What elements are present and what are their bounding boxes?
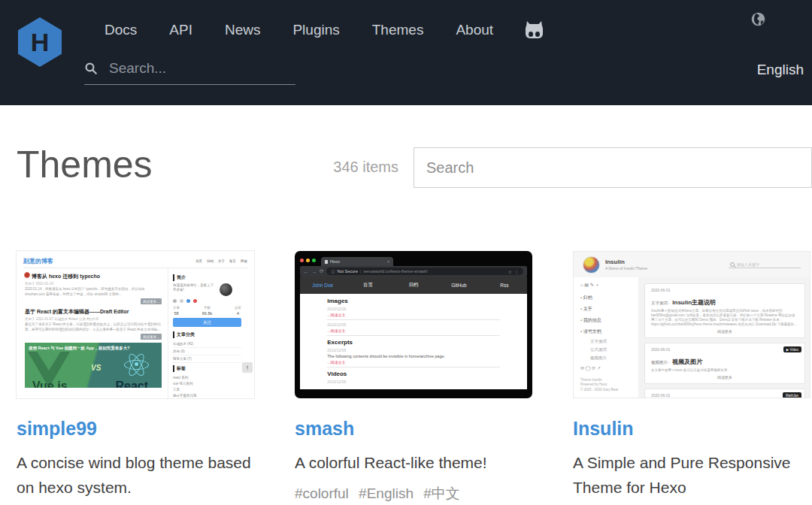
preview-post: ▶ Video 2020-06-01 视频图片- 视频及图片 在文章中使用 r-… <box>644 343 805 384</box>
globe-icon[interactable] <box>750 11 766 27</box>
tab-close-icon: × <box>387 259 389 264</box>
tag-item: 工具 <box>173 386 241 392</box>
nav-link[interactable]: Themes <box>372 22 424 38</box>
stat-value: 66.8k <box>202 311 212 316</box>
preview-search-placeholder: 请输入关键字 <box>737 262 759 267</box>
preview-heading: Videos <box>327 370 500 377</box>
preview-post: MathJax 2020-06-01 公式测试- 数学公式及Mermaid图 博… <box>644 389 805 398</box>
themes-grid: 刻意的博客 首页归档关于留言搜索 博客从 hexo 迁移到 typecho 发布… <box>17 251 810 503</box>
react-logo-icon <box>124 352 150 377</box>
footer-line: © 2015 - 2020 Gary Bear <box>580 388 618 393</box>
theme-description: A Simple and Pure Responsive Theme for H… <box>573 450 810 500</box>
theme-name-link[interactable]: smash <box>295 418 532 440</box>
stat-value: 4 <box>237 311 239 316</box>
nav-link[interactable]: About <box>456 22 493 38</box>
preview-text: The following contents should be invisib… <box>327 354 500 358</box>
post-title-text: 视频及图片 <box>672 358 702 365</box>
preview-post-excerpt: 最近写了很多关于 React 的文章，记录遇到的那些技术点，以及怎么写代码过程中… <box>25 322 162 332</box>
language-selector[interactable]: English <box>757 62 804 78</box>
preview-nav-item: 搜索 <box>241 259 247 263</box>
preview-sidebar: ⌂ ▤ ✎ ＋ 归档关于我的信息读书文档 文字测试公式测试视频图片 ✉ ◯ ⟳ … <box>574 277 638 398</box>
preview-post-title-text: 博客从 hexo 迁移到 typecho <box>32 273 100 280</box>
navbar-search-input[interactable] <box>108 59 276 77</box>
stat: 字数 66.8k <box>202 306 212 316</box>
preview-posts-column: 2020-06-01 文字测试- Insulin主题说明 Insulin是一款响… <box>644 283 805 398</box>
nav-link[interactable]: Docs <box>105 22 137 38</box>
hexo-logo[interactable]: H <box>18 17 62 67</box>
sidebar-section-header: 文章分类 <box>173 331 247 338</box>
tag-item: vue 笔记系列 <box>173 380 241 386</box>
theme-name-link[interactable]: simple99 <box>17 418 254 440</box>
main-nav: DocsAPINewsPluginsThemesAbout <box>105 19 543 41</box>
preview-date: 2020-06-01 <box>651 393 798 398</box>
post-title-text: Insulin主题说明 <box>672 299 716 306</box>
preview-sidebar: 简介 路漫漫其修远兮，吾将上下而求索! <box>168 268 247 398</box>
stats-row: 文章 58 字数 66.8k 访客 4 <box>173 306 241 316</box>
sidebar-section-header: 标签 <box>173 365 247 372</box>
preview-nav-item: 首页 <box>195 259 202 263</box>
stat-value: 58 <box>174 311 178 316</box>
browser-tabbar: Hexo × <box>300 255 527 266</box>
post-badge: MathJax <box>783 392 801 398</box>
social-icons-row <box>173 299 247 303</box>
preview-search: 请输入关键字 <box>729 262 801 268</box>
theme-card-insulin: Insulin A Demo of Insulin Theme 请输入关键字 ⌂… <box>573 251 810 503</box>
banner-title: 使用 React 与 Vue 创建同一款 App，差别究竟有多大? <box>25 343 162 351</box>
post-title-prefix: 文字测试- <box>651 301 669 305</box>
stat-label: 文章 <box>173 306 180 310</box>
preview-post-excerpt: 2020.01.14，我将博客从 hexo 迁移到了 typecho，因为服务器… <box>25 287 162 297</box>
preview-nav-item: 归档 <box>391 282 436 289</box>
seal-icon <box>24 272 30 278</box>
sidebar-menu: 归档关于我的信息读书文档 <box>580 292 638 337</box>
social-icon <box>173 299 177 303</box>
nav-link[interactable]: News <box>225 22 261 38</box>
sidebar-menu-item: 归档 <box>580 292 638 304</box>
preview-date: 2013/12/05 <box>327 322 500 327</box>
theme-preview-insulin[interactable]: Insulin A Demo of Insulin Theme 请输入关键字 ⌂… <box>573 251 810 398</box>
nav-link[interactable]: Plugins <box>292 22 339 38</box>
social-icon <box>186 299 190 303</box>
theme-card-simple99: 刻意的博客 首页归档关于留言搜索 博客从 hexo 迁移到 typecho 发布… <box>17 251 254 503</box>
tag-list: react 系列vue 笔记系列工具建站手册及问题笔记组件库 <box>173 374 247 398</box>
preview-nav-item: 归档 <box>207 259 214 263</box>
preview-heading: Excerpts <box>327 339 500 346</box>
preview-post-title: 博客从 hexo 迁移到 typecho <box>25 273 162 280</box>
bookmark-star-icon: ☆ <box>508 269 512 274</box>
avatar <box>220 283 232 296</box>
preview-read-more-button: 阅读更多... <box>141 298 162 304</box>
post-badge: ▶ Video <box>783 346 801 352</box>
preview-banner-image: 使用 React 与 Vue 创建同一款 App，差别究竟有多大? VS Vue… <box>25 343 162 388</box>
theme-preview-simple99[interactable]: 刻意的博客 首页归档关于留言搜索 博客从 hexo 迁移到 typecho 发布… <box>17 251 254 398</box>
stat-label: 字数 <box>204 306 211 310</box>
preview-post-date: 发布于 2021-01-14 <box>25 282 162 286</box>
tag-item: react 系列 <box>173 374 241 380</box>
banner-left-text: Vue is <box>32 380 68 388</box>
preview-date: 2020-06-01 <box>651 288 798 292</box>
stat-label: 访客 <box>235 306 241 310</box>
preview-site-header: Insulin A Demo of Insulin Theme 请输入关键字 <box>574 252 810 277</box>
sidebar-submenu-item: 文字测试 <box>580 337 638 346</box>
navbar-search[interactable] <box>84 53 295 85</box>
category-list: 前端技术 (42)其他 (6)随笔文章 (7) <box>173 340 247 363</box>
back-to-top-button: ↑ <box>242 362 253 373</box>
preview-post-excerpt: Insulin是一款响应式的hexo主题，如果你有任何问题请提交GitHub i… <box>651 309 798 327</box>
preview-read-more: 阅读更多 <box>651 329 798 334</box>
traffic-light-close-icon <box>300 259 304 262</box>
theme-description: A concise wind blog theme based on hexo … <box>17 450 254 500</box>
social-icon <box>193 299 197 303</box>
back-icon: ← <box>304 269 309 274</box>
preview-site-content: Images 2013/12/26 ...阅读全文 2013/12/05 ...… <box>300 294 527 389</box>
nav-link[interactable]: API <box>169 22 192 38</box>
preview-nav-item: 关于 <box>218 259 225 263</box>
avatar <box>583 256 600 274</box>
sidebar-intro: 路漫漫其修远兮，吾将上下而求索! <box>173 283 247 296</box>
sidebar-submenu-item: 公式测试 <box>580 346 638 354</box>
theme-name-link[interactable]: Insulin <box>573 418 810 440</box>
page-title: Themes <box>17 143 153 186</box>
sidebar-menu-item: 关于 <box>580 304 638 315</box>
themes-search-input[interactable] <box>414 147 812 188</box>
theme-preview-smash[interactable]: Hexo × ← → ⟳ ⓘ Not Secure | venusworld.c… <box>295 251 532 398</box>
github-icon[interactable] <box>526 24 543 38</box>
search-icon <box>84 62 98 75</box>
preview-post-column: 博客从 hexo 迁移到 typecho 发布于 2021-01-14 2020… <box>23 268 168 398</box>
